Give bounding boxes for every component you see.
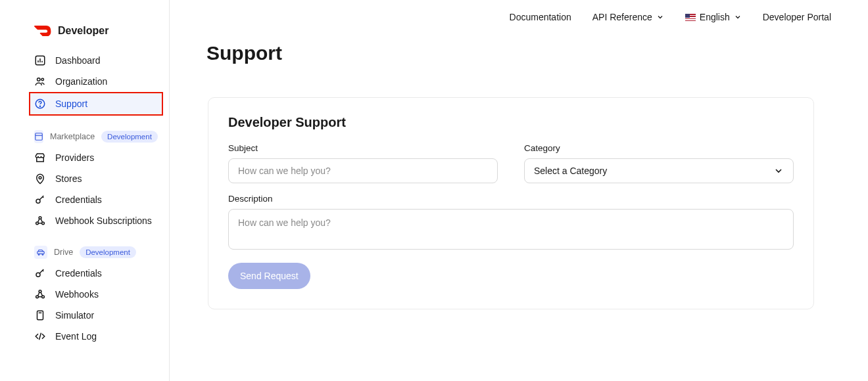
doordash-logo-icon [34, 26, 51, 36]
organization-icon [34, 76, 46, 87]
sidebar-item-label: Providers [55, 152, 94, 163]
brand-text: Developer [58, 25, 108, 37]
sidebar-item-webhook-subscriptions[interactable]: Webhook Subscriptions [0, 210, 169, 231]
sidebar-item-support[interactable]: Support [30, 93, 162, 114]
environment-pill: Development [80, 246, 136, 258]
nav-documentation[interactable]: Documentation [510, 12, 571, 22]
sidebar-item-providers[interactable]: Providers [0, 147, 169, 168]
svg-rect-11 [37, 252, 45, 254]
key-icon [34, 194, 46, 206]
nav-developer-portal[interactable]: Developer Portal [763, 12, 831, 22]
svg-rect-5 [36, 133, 43, 141]
svg-point-13 [42, 254, 43, 256]
top-nav: Documentation API Reference English Deve… [170, 0, 868, 22]
svg-rect-18 [37, 311, 43, 320]
webhook-icon [34, 215, 46, 227]
category-label: Category [524, 143, 794, 153]
category-placeholder: Select a Category [534, 166, 607, 176]
sidebar-item-label: Webhooks [55, 289, 99, 300]
category-field-group: Category Select a Category [524, 143, 794, 183]
sidebar-item-simulator[interactable]: Simulator [0, 305, 169, 326]
providers-icon [34, 152, 46, 164]
send-request-button[interactable]: Send Request [228, 263, 310, 289]
page-title: Support [170, 22, 868, 78]
section-title: Marketplace [50, 132, 95, 141]
svg-point-14 [36, 273, 40, 277]
description-label: Description [228, 194, 794, 204]
sidebar-item-organization[interactable]: Organization [0, 71, 169, 92]
svg-point-8 [39, 217, 41, 219]
sidebar-item-label: Credentials [55, 268, 102, 279]
main-content: Documentation API Reference English Deve… [170, 0, 868, 381]
stores-icon [34, 173, 46, 185]
description-field-group: Description [228, 194, 794, 250]
svg-point-9 [36, 222, 39, 225]
svg-point-12 [38, 254, 39, 256]
sidebar-item-label: Dashboard [55, 55, 101, 66]
sidebar-item-credentials-marketplace[interactable]: Credentials [0, 189, 169, 210]
sidebar-section-drive: Drive Development [0, 231, 169, 263]
us-flag-icon [685, 14, 696, 21]
form-title: Developer Support [228, 115, 794, 130]
marketplace-icon [34, 130, 43, 143]
svg-point-17 [42, 296, 45, 298]
sidebar-item-label: Webhook Subscriptions [55, 215, 152, 226]
chevron-down-icon [734, 13, 742, 21]
subject-field-group: Subject [228, 143, 498, 183]
subject-input[interactable] [228, 158, 498, 183]
code-icon [34, 330, 46, 342]
svg-point-2 [41, 78, 43, 80]
brand: Developer [0, 25, 169, 50]
sidebar-item-webhooks[interactable]: Webhooks [0, 284, 169, 305]
sidebar-item-label: Support [55, 99, 87, 109]
simulator-icon [34, 309, 46, 321]
svg-point-7 [36, 199, 40, 203]
key-icon [34, 267, 46, 279]
category-select[interactable]: Select a Category [524, 158, 794, 183]
sidebar-item-stores[interactable]: Stores [0, 168, 169, 189]
sidebar-item-label: Organization [55, 76, 107, 87]
description-input[interactable] [228, 209, 794, 250]
nav-api-reference[interactable]: API Reference [592, 12, 664, 22]
sidebar-item-credentials-drive[interactable]: Credentials [0, 263, 169, 284]
active-item-highlight: Support [29, 92, 163, 116]
chevron-down-icon [656, 13, 664, 21]
sidebar-item-label: Credentials [55, 194, 102, 205]
chevron-down-icon [773, 166, 784, 176]
sidebar-item-event-log[interactable]: Event Log [0, 326, 169, 347]
section-title: Drive [54, 248, 73, 257]
svg-point-1 [37, 78, 41, 81]
sidebar-item-label: Stores [55, 173, 82, 184]
svg-point-16 [36, 296, 39, 298]
nav-language-select[interactable]: English [685, 12, 742, 22]
svg-point-15 [39, 290, 41, 293]
drive-icon [34, 246, 47, 259]
sidebar-section-marketplace: Marketplace Development [0, 116, 169, 147]
webhook-icon [34, 288, 46, 300]
svg-point-4 [39, 106, 40, 106]
dashboard-icon [34, 55, 46, 66]
sidebar: Developer Dashboard Organization Support… [0, 0, 170, 381]
sidebar-item-label: Simulator [55, 310, 94, 321]
sidebar-item-dashboard[interactable]: Dashboard [0, 50, 169, 71]
environment-pill: Development [101, 131, 158, 143]
support-form-card: Developer Support Subject Category Selec… [208, 97, 814, 309]
subject-label: Subject [228, 143, 498, 153]
support-icon [34, 98, 46, 110]
svg-point-6 [39, 177, 41, 179]
sidebar-item-label: Event Log [55, 331, 97, 342]
svg-point-10 [42, 222, 45, 225]
